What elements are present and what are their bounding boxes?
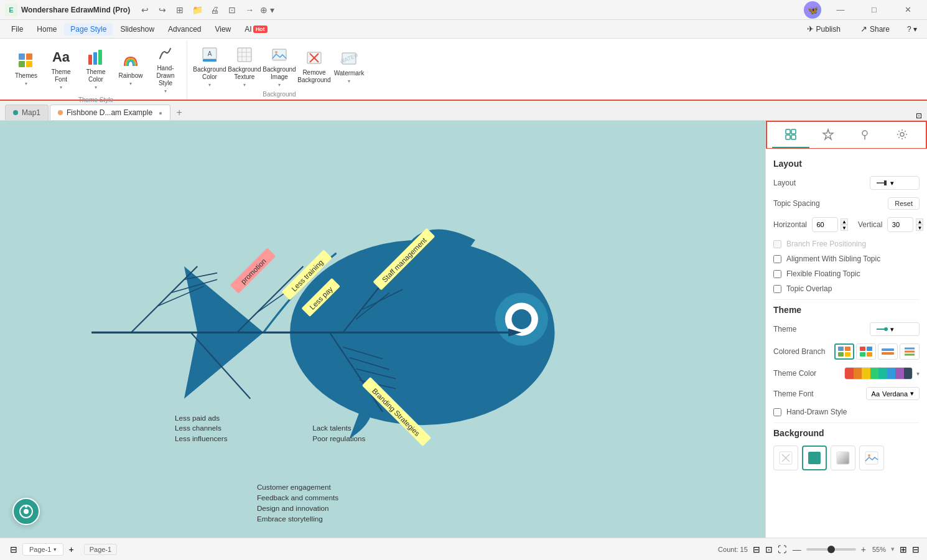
page-view-btn[interactable]: ⊟: [7, 543, 20, 556]
fullscreen-btn[interactable]: ⛶: [778, 544, 786, 554]
layout-dropdown[interactable]: ▾: [870, 176, 920, 190]
ribbon-watermark[interactable]: WATER Watermark ▾: [333, 44, 365, 88]
svg-rect-6: [98, 50, 102, 65]
export-btn[interactable]: ⊡: [225, 4, 240, 16]
svg-marker-70: [823, 129, 833, 139]
more-btn[interactable]: ⊕ ▾: [259, 4, 274, 16]
flexible-checkbox[interactable]: [773, 270, 781, 278]
svg-text:Less paid ads: Less paid ads: [175, 414, 220, 422]
panel-tab-settings[interactable]: [883, 122, 921, 148]
bg-btn-solid[interactable]: [802, 446, 827, 470]
zoom-out-btn[interactable]: —: [791, 543, 803, 556]
svg-rect-3: [26, 61, 32, 67]
reset-btn[interactable]: Reset: [888, 197, 920, 210]
fit-view-btn[interactable]: ⊡: [765, 544, 773, 554]
vertical-input[interactable]: [887, 217, 913, 232]
alignment-checkbox[interactable]: [773, 255, 781, 263]
ribbon-bg-texture[interactable]: BackgroundTexture ▾: [228, 42, 261, 90]
svg-text:Lack talents: Lack talents: [312, 424, 352, 432]
svg-rect-84: [860, 352, 865, 357]
window-controls: 🦋 — □ ✕: [804, 0, 922, 20]
minimize-btn[interactable]: —: [826, 0, 855, 20]
expand-rows-btn[interactable]: ⊟: [753, 544, 760, 554]
tab-fishbone[interactable]: Fishbone D...am Example ●: [50, 105, 170, 120]
branch-btn-4[interactable]: [900, 343, 920, 360]
color-seg-1: [845, 368, 854, 379]
svg-text:Less channels: Less channels: [175, 424, 221, 432]
undo-btn[interactable]: ↩: [137, 4, 152, 16]
panel-tab-layout[interactable]: [772, 122, 809, 148]
ai-assistant-btn[interactable]: [12, 498, 40, 525]
redo-btn[interactable]: ↪: [155, 4, 170, 16]
horizontal-down[interactable]: ▼: [841, 225, 848, 231]
title-controls: ↩ ↪ ⊞ 📁 🖨 ⊡ → ⊕ ▾: [137, 4, 274, 16]
tab-map1-dot: [13, 110, 18, 115]
tab-fishbone-close[interactable]: ●: [159, 110, 162, 116]
ribbon-theme-color[interactable]: ThemeColor ▾: [80, 45, 112, 93]
map-view-btn[interactable]: ⊞: [900, 544, 907, 554]
hand-drawn-checkbox[interactable]: [773, 408, 781, 416]
ribbon-themes[interactable]: Themes ▾: [10, 47, 42, 91]
user-avatar[interactable]: 🦋: [804, 1, 821, 19]
hand-drawn-arrow: ▾: [164, 88, 167, 94]
theme-font-label: ThemeFont: [51, 68, 70, 83]
tab-add-btn[interactable]: +: [172, 105, 187, 120]
menu-slideshow[interactable]: Slideshow: [114, 23, 161, 35]
add-page-btn[interactable]: +: [66, 543, 76, 556]
ribbon-rainbow[interactable]: Rainbow ▾: [114, 47, 147, 91]
menu-ai[interactable]: AI Hot: [238, 23, 273, 35]
share-btn[interactable]: ↗ Share: [853, 22, 897, 36]
panel-tab-ai[interactable]: [809, 122, 847, 148]
help-btn[interactable]: ? ▾: [902, 22, 922, 36]
horizontal-input[interactable]: [812, 217, 838, 232]
zoom-in-btn[interactable]: +: [860, 543, 867, 556]
menu-home[interactable]: Home: [30, 23, 63, 35]
share-icon-btn[interactable]: →: [242, 4, 257, 16]
status-bar-right: Count: 15 ⊟ ⊡ ⛶ — + 55% ▾ ⊞ ⊟: [718, 543, 920, 556]
panel-tab-map[interactable]: [847, 122, 884, 148]
theme-dropdown[interactable]: ▾: [870, 322, 920, 336]
count-label: Count: 15: [718, 546, 748, 553]
tab-map1[interactable]: Map1: [5, 105, 49, 120]
vertical-down[interactable]: ▼: [916, 225, 923, 231]
zoom-slider[interactable]: [806, 548, 856, 551]
print-btn[interactable]: 🖨: [207, 4, 222, 16]
branch-btn-1[interactable]: [834, 343, 854, 360]
menu-advanced[interactable]: Advanced: [162, 23, 207, 35]
grid-view-btn[interactable]: ⊟: [912, 544, 920, 554]
theme-font-row: Theme Font Aa Verdana ▾: [773, 387, 920, 400]
menu-page-style[interactable]: Page Style: [64, 23, 113, 35]
overlap-checkbox[interactable]: [773, 285, 781, 293]
tab-expand-btn[interactable]: ⊡: [916, 111, 922, 120]
branch-btn-2[interactable]: [856, 343, 876, 360]
canvas[interactable]: promotion Less training Less pay Staff m…: [0, 121, 765, 538]
theme-color-icon: [86, 47, 106, 67]
maximize-btn[interactable]: □: [860, 0, 888, 20]
page-tab-1[interactable]: Page-1 ▾: [22, 543, 63, 556]
theme-color-label: ThemeColor: [86, 68, 105, 83]
ribbon-bg-color[interactable]: A BackgroundColor ▾: [193, 42, 226, 90]
horizontal-up[interactable]: ▲: [841, 218, 848, 225]
svg-rect-81: [845, 352, 850, 357]
color-seg-7: [895, 368, 904, 379]
vertical-up[interactable]: ▲: [916, 218, 923, 225]
vertical-spin: ▲ ▼: [916, 218, 923, 231]
menu-file[interactable]: File: [5, 23, 29, 35]
branch-btn-3[interactable]: [878, 343, 898, 360]
menu-view[interactable]: View: [208, 23, 237, 35]
bg-btn-image[interactable]: [859, 446, 884, 470]
ribbon-bg-image[interactable]: BackgroundImage ▾: [263, 42, 296, 90]
ribbon-remove-bg[interactable]: RemoveBackground: [298, 44, 330, 88]
theme-font-dropdown[interactable]: Aa Verdana ▾: [866, 387, 920, 400]
theme-color-bar[interactable]: [844, 367, 913, 380]
open-btn[interactable]: 📁: [190, 4, 205, 16]
branch-free-checkbox[interactable]: [773, 240, 781, 248]
bg-btn-color[interactable]: [773, 446, 798, 470]
close-btn[interactable]: ✕: [893, 0, 922, 20]
ribbon-theme-font[interactable]: Aa ThemeFont ▾: [45, 45, 77, 93]
publish-btn[interactable]: ✈ Publish: [799, 22, 848, 36]
new-btn[interactable]: ⊞: [172, 4, 187, 16]
overlap-row: Topic Overlap: [773, 284, 920, 293]
bg-btn-gradient[interactable]: [831, 446, 855, 470]
ribbon-hand-drawn[interactable]: Hand-DrawnStyle ▾: [149, 41, 182, 96]
